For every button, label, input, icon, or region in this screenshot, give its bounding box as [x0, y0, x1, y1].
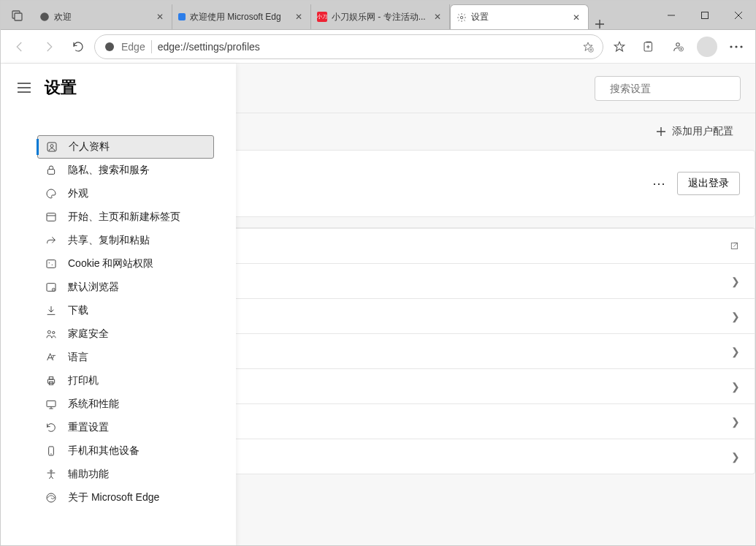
sidebar-item-start[interactable]: 开始、主页和新建标签页	[37, 205, 214, 229]
site-favicon-icon: 小刀	[317, 12, 327, 22]
sidebar-item-family[interactable]: 家庭安全	[37, 322, 214, 346]
tabstrip: 欢迎 ✕ 欢迎使用 Microsoft Edg ✕ 小刀 小刀娱乐网 - 专注活…	[34, 1, 654, 29]
palette-icon	[45, 187, 58, 200]
sidebar-item-default-browser[interactable]: 默认浏览器	[37, 276, 214, 299]
tab-title: 小刀娱乐网 - 专注活动...	[332, 11, 427, 23]
sidebar-item-label: 个人资料	[69, 140, 110, 153]
sidebar-item-appearance[interactable]: 外观	[37, 182, 214, 205]
favorites-button[interactable]	[606, 34, 633, 60]
close-icon	[734, 11, 743, 20]
sidebar-toggle-button[interactable]	[14, 77, 34, 98]
sidebar-item-cookies[interactable]: Cookie 和网站权限	[37, 252, 214, 276]
svg-point-31	[50, 453, 51, 454]
svg-point-25	[53, 331, 55, 333]
settings-title: 设置	[45, 77, 77, 99]
svg-point-32	[50, 470, 53, 472]
sidebar-item-reset[interactable]: 重置设置	[37, 416, 214, 439]
tab-close-button[interactable]: ✕	[154, 11, 166, 23]
sidebar-item-label: 系统和性能	[68, 398, 119, 411]
svg-rect-15	[47, 143, 56, 151]
favorite-star-icon[interactable]	[582, 41, 594, 53]
blue-dot-icon	[178, 13, 186, 20]
back-button[interactable]	[7, 34, 33, 60]
sidebar-item-label: Cookie 和网站权限	[68, 257, 153, 270]
settings-search-input[interactable]	[610, 83, 738, 94]
sidebar-item-label: 打印机	[68, 374, 99, 387]
maximize-button[interactable]	[688, 1, 722, 30]
svg-rect-4	[702, 12, 709, 18]
more-options-button[interactable]: ⋯	[652, 175, 667, 192]
sidebar-item-label: 共享、复制和粘贴	[68, 234, 150, 247]
tab-0[interactable]: 欢迎 ✕	[34, 4, 172, 29]
add-profile-button[interactable]: 添加用户配置	[656, 125, 733, 138]
window-icon	[45, 211, 58, 224]
profile-button[interactable]	[694, 34, 720, 60]
sidebar-item-label: 开始、主页和新建标签页	[68, 211, 180, 224]
tab-1[interactable]: 欢迎使用 Microsoft Edg ✕	[172, 4, 311, 29]
plus-icon	[595, 19, 605, 29]
accessibility-icon	[45, 468, 58, 481]
tab-close-button[interactable]: ✕	[293, 11, 305, 23]
plus-icon	[656, 126, 666, 137]
svg-point-5	[105, 42, 114, 51]
tab-2[interactable]: 小刀 小刀娱乐网 - 专注活动... ✕	[311, 4, 450, 29]
omnibox[interactable]: Edge edge://settings/profiles	[94, 34, 603, 59]
sidebar-item-accessibility[interactable]: 辅助功能	[37, 463, 214, 486]
sidebar-item-profile[interactable]: 个人资料	[37, 135, 214, 159]
phone-icon	[45, 444, 58, 458]
svg-point-3	[460, 16, 463, 19]
sidebar-item-about[interactable]: 关于 Microsoft Edge	[37, 486, 214, 509]
download-icon	[45, 304, 58, 317]
svg-point-11	[735, 45, 737, 48]
reset-icon	[45, 421, 58, 434]
edge-logo-icon	[39, 12, 50, 22]
chevron-right-icon: ❯	[731, 311, 740, 322]
sidebar-item-system[interactable]: 系统和性能	[37, 393, 214, 416]
tab-close-button[interactable]: ✕	[570, 12, 582, 23]
minimize-button[interactable]	[654, 1, 688, 30]
language-icon	[45, 351, 58, 364]
forward-button[interactable]	[36, 34, 62, 60]
extensions-button[interactable]	[665, 34, 691, 60]
svg-rect-18	[47, 213, 56, 221]
svg-rect-26	[47, 379, 54, 383]
edge-icon	[45, 491, 58, 504]
sidebar-item-languages[interactable]: 语言	[37, 346, 214, 369]
omnibox-url: edge://settings/profiles	[158, 41, 576, 53]
chevron-right-icon: ❯	[731, 276, 740, 287]
sidebar-item-printers[interactable]: 打印机	[37, 369, 214, 393]
svg-point-12	[740, 45, 742, 48]
add-profile-label: 添加用户配置	[672, 125, 733, 138]
sidebar-list: 个人资料 隐私、搜索和服务 外观 开始、主页和新建标签页 共享、复制和粘贴 Co…	[1, 106, 236, 509]
tab-3[interactable]: 设置 ✕	[450, 4, 589, 29]
titlebar: 欢迎 ✕ 欢迎使用 Microsoft Edg ✕ 小刀 小刀娱乐网 - 专注活…	[1, 1, 755, 30]
hamburger-icon	[18, 83, 31, 93]
new-tab-button[interactable]	[589, 19, 611, 29]
cookie-icon	[45, 257, 58, 270]
sidebar-item-downloads[interactable]: 下载	[37, 299, 214, 322]
open-external-icon	[730, 241, 740, 251]
menu-button[interactable]	[723, 34, 749, 60]
sidebar-item-devices[interactable]: 手机和其他设备	[37, 439, 214, 463]
system-icon	[45, 398, 58, 411]
tab-close-button[interactable]: ✕	[432, 11, 443, 23]
sidebar-item-share[interactable]: 共享、复制和粘贴	[37, 229, 214, 252]
back-icon	[13, 40, 26, 53]
lock-icon	[45, 164, 58, 177]
settings-search[interactable]	[595, 76, 741, 101]
sidebar-item-privacy[interactable]: 隐私、搜索和服务	[37, 159, 214, 182]
sign-out-button[interactable]: 退出登录	[677, 172, 740, 195]
star-icon	[613, 40, 626, 53]
sidebar-item-label: 默认浏览器	[68, 281, 119, 294]
svg-rect-19	[47, 260, 56, 268]
close-window-button[interactable]	[722, 1, 755, 30]
tab-actions-button[interactable]	[1, 1, 34, 29]
tab-title: 欢迎	[54, 11, 150, 23]
collections-button[interactable]	[635, 34, 662, 60]
avatar-icon	[697, 37, 717, 57]
sidebar-item-label: 手机和其他设备	[68, 444, 140, 458]
maximize-icon	[700, 11, 709, 20]
content-area: 添加用户配置 ⋯ 退出登录 ❯ ❯ ❯ ❯ ❯ ❯	[1, 64, 755, 546]
svg-point-8	[676, 42, 680, 46]
refresh-button[interactable]	[65, 34, 91, 60]
